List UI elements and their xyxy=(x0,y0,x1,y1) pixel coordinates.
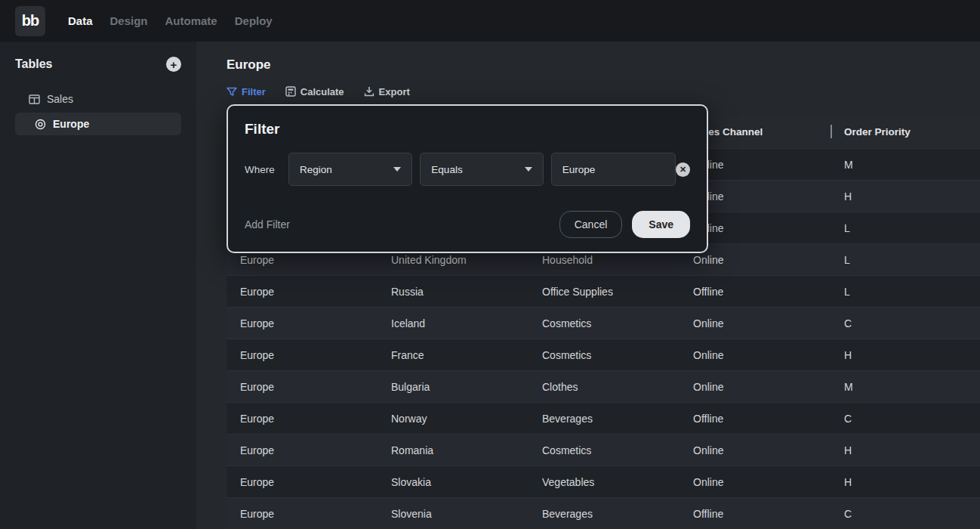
table-cell: Online xyxy=(680,435,831,466)
sidebar-item-label: Europe xyxy=(53,118,89,130)
chevron-down-icon xyxy=(393,167,401,172)
table-cell: Online xyxy=(680,371,831,402)
where-label: Where xyxy=(245,164,288,175)
table-cell: Offline xyxy=(680,498,831,529)
table-icon xyxy=(29,94,40,104)
filter-operator-dropdown[interactable]: Equals xyxy=(420,153,543,186)
filter-button[interactable]: Filter xyxy=(227,86,266,97)
export-button[interactable]: Export xyxy=(364,86,410,97)
page-title: Europe xyxy=(227,57,980,73)
table-cell: Europe xyxy=(227,403,378,434)
table-toolbar: Filter Calculate Export xyxy=(227,84,980,99)
table-cell: Europe xyxy=(227,466,378,497)
table-cell: H xyxy=(831,339,980,370)
table-cell: Slovenia xyxy=(378,498,529,529)
column-header-order-priority[interactable]: Order Priority xyxy=(831,115,980,148)
table-cell: Cosmetics xyxy=(529,308,680,339)
sidebar-item-europe[interactable]: Europe xyxy=(15,113,181,135)
table-cell: H xyxy=(831,435,980,466)
table-cell: L xyxy=(831,212,980,243)
sidebar-title: Tables xyxy=(15,57,53,71)
filter-column-value: Region xyxy=(300,164,332,175)
table-cell: Europe xyxy=(227,276,378,307)
table-row[interactable]: EuropeBulgariaClothesOnlineM xyxy=(227,370,980,402)
table-cell: Cosmetics xyxy=(529,435,680,466)
remove-filter-icon[interactable]: ✕ xyxy=(676,162,690,177)
table-row[interactable]: EuropeNorwayBeveragesOfflineC xyxy=(227,402,980,434)
table-cell: M xyxy=(831,371,980,402)
table-cell: Online xyxy=(680,308,831,339)
table-row[interactable]: EuropeSlovakiaVegetablesOnlineH xyxy=(227,466,980,497)
table-row[interactable]: EuropeRomaniaCosmeticsOnlineH xyxy=(227,434,980,466)
calculate-button-label: Calculate xyxy=(300,86,344,97)
cancel-button[interactable]: Cancel xyxy=(559,211,623,238)
table-cell: Online xyxy=(680,339,831,370)
export-download-icon xyxy=(364,86,374,97)
app-logo[interactable]: bb xyxy=(15,6,45,36)
modal-title: Filter xyxy=(245,121,690,138)
filter-condition-row: Where Region Equals Europe ✕ xyxy=(245,153,690,186)
table-cell: Office Supplies xyxy=(529,276,680,307)
nav-tab-design[interactable]: Design xyxy=(110,14,148,27)
top-nav: bb Data Design Automate Deploy xyxy=(0,0,980,42)
table-cell: C xyxy=(831,498,980,529)
table-cell: Offline xyxy=(680,276,831,307)
table-cell: L xyxy=(831,244,980,275)
calculator-icon xyxy=(285,86,296,97)
table-cell: Russia xyxy=(378,276,529,307)
add-filter-button[interactable]: Add Filter xyxy=(245,218,290,230)
column-divider xyxy=(831,125,832,138)
filter-operator-value: Equals xyxy=(431,164,462,175)
filter-column-dropdown[interactable]: Region xyxy=(288,153,412,186)
table-cell: L xyxy=(831,276,980,307)
nav-items: Data Design Automate Deploy xyxy=(68,14,273,27)
sidebar-item-sales[interactable]: Sales xyxy=(0,88,196,110)
logo-text: bb xyxy=(22,12,39,29)
filter-modal: Filter Where Region Equals Europe ✕ Add … xyxy=(227,104,708,253)
sidebar-item-label: Sales xyxy=(47,93,73,105)
table-cell: Beverages xyxy=(529,498,680,529)
table-cell: Online xyxy=(680,466,831,497)
filter-value-input[interactable]: Europe xyxy=(551,153,676,186)
table-cell: Bulgaria xyxy=(378,371,529,402)
table-cell: France xyxy=(378,339,529,370)
view-icon xyxy=(35,119,46,130)
table-cell: Slovakia xyxy=(378,466,529,497)
table-cell: Europe xyxy=(227,339,378,370)
modal-footer: Add Filter Cancel Save xyxy=(245,211,690,238)
table-row[interactable]: EuropeRussiaOffice SuppliesOfflineL xyxy=(227,275,980,307)
table-cell: Europe xyxy=(227,308,378,339)
table-cell: M xyxy=(831,149,980,180)
table-cell: Europe xyxy=(227,371,378,402)
table-cell: Norway xyxy=(378,403,529,434)
table-cell: Vegetables xyxy=(529,466,680,497)
export-button-label: Export xyxy=(379,86,410,97)
add-table-button[interactable]: + xyxy=(166,57,181,72)
table-cell: Romania xyxy=(378,435,529,466)
column-header-label: Order Priority xyxy=(844,126,911,138)
table-row[interactable]: EuropeSloveniaBeveragesOfflineC xyxy=(227,497,980,529)
table-cell: C xyxy=(831,403,980,434)
table-cell: H xyxy=(831,466,980,497)
save-button[interactable]: Save xyxy=(632,211,690,238)
table-cell: Clothes xyxy=(529,371,680,402)
calculate-button[interactable]: Calculate xyxy=(285,86,344,97)
table-cell: Beverages xyxy=(529,403,680,434)
table-cell: Europe xyxy=(227,498,378,529)
table-cell: C xyxy=(831,308,980,339)
tables-sidebar: Tables + Sales Europe xyxy=(0,42,196,529)
filter-funnel-icon xyxy=(227,87,237,97)
table-row[interactable]: EuropeFranceCosmeticsOnlineH xyxy=(227,339,980,370)
table-row[interactable]: EuropeIcelandCosmeticsOnlineC xyxy=(227,307,980,339)
filter-button-label: Filter xyxy=(242,86,266,97)
nav-tab-automate[interactable]: Automate xyxy=(165,14,217,27)
nav-tab-data[interactable]: Data xyxy=(68,14,93,27)
table-cell: Europe xyxy=(227,435,378,466)
nav-tab-deploy[interactable]: Deploy xyxy=(235,14,273,27)
chevron-down-icon xyxy=(525,167,532,172)
table-cell: Cosmetics xyxy=(529,339,680,370)
filter-value-text: Europe xyxy=(562,164,596,175)
table-cell: Iceland xyxy=(378,308,529,339)
table-cell: H xyxy=(831,181,980,212)
table-cell: Offline xyxy=(680,403,831,434)
